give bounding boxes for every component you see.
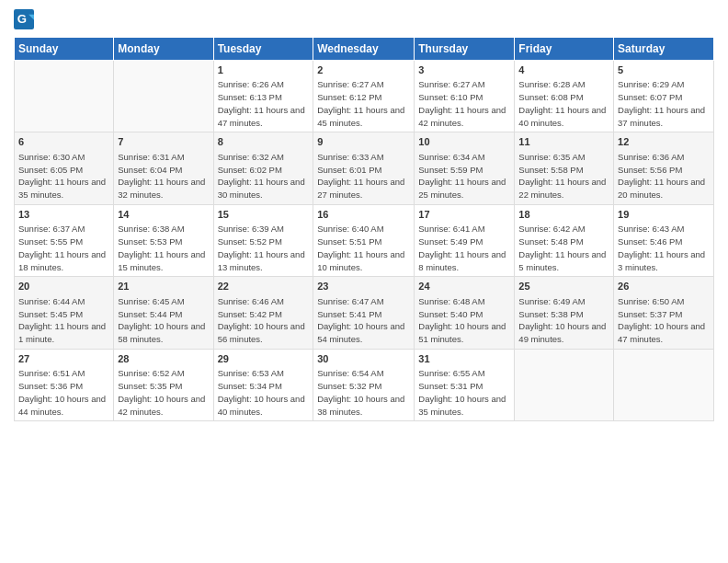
weekday-header: Sunday (15, 38, 114, 61)
calendar-cell: 27Sunrise: 6:51 AMSunset: 5:36 PMDayligh… (15, 349, 114, 420)
calendar-cell: 13Sunrise: 6:37 AMSunset: 5:55 PMDayligh… (15, 204, 114, 276)
day-number: 14 (118, 208, 209, 222)
day-number: 6 (18, 135, 109, 149)
calendar-cell: 1Sunrise: 6:26 AMSunset: 6:13 PMDaylight… (213, 61, 313, 132)
day-detail: Sunrise: 6:46 AMSunset: 5:42 PMDaylight:… (218, 295, 310, 346)
day-detail: Sunrise: 6:43 AMSunset: 5:46 PMDaylight:… (618, 223, 710, 273)
calendar-cell: 8Sunrise: 6:32 AMSunset: 6:02 PMDaylight… (213, 132, 313, 204)
day-number: 2 (317, 63, 410, 77)
calendar-cell: 23Sunrise: 6:47 AMSunset: 5:41 PMDayligh… (313, 277, 415, 349)
calendar-cell (614, 349, 714, 420)
calendar-week-row: 27Sunrise: 6:51 AMSunset: 5:36 PMDayligh… (15, 349, 714, 420)
day-detail: Sunrise: 6:42 AMSunset: 5:48 PMDaylight:… (518, 223, 609, 273)
day-detail: Sunrise: 6:53 AMSunset: 5:34 PMDaylight:… (218, 367, 310, 418)
day-number: 29 (218, 352, 310, 366)
calendar-cell: 2Sunrise: 6:27 AMSunset: 6:12 PMDaylight… (313, 61, 415, 132)
day-detail: Sunrise: 6:38 AMSunset: 5:53 PMDaylight:… (118, 223, 209, 273)
day-number: 10 (418, 135, 510, 149)
calendar-cell (114, 61, 213, 132)
day-detail: Sunrise: 6:28 AMSunset: 6:08 PMDaylight:… (518, 78, 609, 129)
calendar-cell: 19Sunrise: 6:43 AMSunset: 5:46 PMDayligh… (614, 204, 714, 276)
day-number: 22 (218, 280, 310, 293)
day-detail: Sunrise: 6:51 AMSunset: 5:36 PMDaylight:… (18, 367, 109, 418)
day-detail: Sunrise: 6:31 AMSunset: 6:04 PMDaylight:… (118, 151, 209, 201)
calendar-cell: 18Sunrise: 6:42 AMSunset: 5:48 PMDayligh… (515, 204, 614, 276)
day-detail: Sunrise: 6:27 AMSunset: 6:10 PMDaylight:… (418, 78, 510, 129)
calendar-cell: 6Sunrise: 6:30 AMSunset: 6:05 PMDaylight… (15, 132, 114, 204)
calendar-week-row: 20Sunrise: 6:44 AMSunset: 5:45 PMDayligh… (15, 277, 714, 349)
day-detail: Sunrise: 6:50 AMSunset: 5:37 PMDaylight:… (618, 295, 710, 346)
calendar-cell: 4Sunrise: 6:28 AMSunset: 6:08 PMDaylight… (515, 61, 614, 132)
calendar-cell (515, 349, 614, 420)
calendar-cell: 28Sunrise: 6:52 AMSunset: 5:35 PMDayligh… (114, 349, 213, 420)
calendar-cell: 31Sunrise: 6:55 AMSunset: 5:31 PMDayligh… (415, 349, 515, 420)
logo: G (14, 9, 38, 29)
day-detail: Sunrise: 6:30 AMSunset: 6:05 PMDaylight:… (18, 151, 109, 201)
header: G (14, 9, 714, 29)
day-detail: Sunrise: 6:32 AMSunset: 6:02 PMDaylight:… (218, 151, 310, 201)
weekday-header: Saturday (614, 38, 714, 61)
calendar-cell: 26Sunrise: 6:50 AMSunset: 5:37 PMDayligh… (614, 277, 714, 349)
calendar-cell: 12Sunrise: 6:36 AMSunset: 5:56 PMDayligh… (614, 132, 714, 204)
calendar-cell: 24Sunrise: 6:48 AMSunset: 5:40 PMDayligh… (415, 277, 515, 349)
day-number: 15 (218, 208, 310, 222)
day-detail: Sunrise: 6:35 AMSunset: 5:58 PMDaylight:… (518, 151, 609, 201)
calendar-cell: 17Sunrise: 6:41 AMSunset: 5:49 PMDayligh… (415, 204, 515, 276)
day-number: 23 (317, 280, 410, 293)
day-number: 26 (618, 280, 710, 293)
calendar-table: SundayMondayTuesdayWednesdayThursdayFrid… (14, 37, 714, 421)
day-detail: Sunrise: 6:33 AMSunset: 6:01 PMDaylight:… (317, 151, 410, 201)
day-number: 3 (418, 63, 510, 77)
day-number: 24 (418, 280, 510, 293)
day-detail: Sunrise: 6:54 AMSunset: 5:32 PMDaylight:… (317, 367, 410, 418)
day-number: 30 (317, 352, 410, 366)
calendar-week-row: 6Sunrise: 6:30 AMSunset: 6:05 PMDaylight… (15, 132, 714, 204)
day-detail: Sunrise: 6:45 AMSunset: 5:44 PMDaylight:… (118, 295, 209, 346)
day-detail: Sunrise: 6:40 AMSunset: 5:51 PMDaylight:… (317, 223, 410, 273)
day-number: 20 (18, 280, 109, 293)
day-number: 25 (518, 280, 609, 293)
day-detail: Sunrise: 6:48 AMSunset: 5:40 PMDaylight:… (418, 295, 510, 346)
day-detail: Sunrise: 6:52 AMSunset: 5:35 PMDaylight:… (118, 367, 209, 418)
day-number: 18 (518, 208, 609, 222)
page: G SundayMondayTuesdayWednesdayThursdayFr… (0, 0, 728, 563)
day-detail: Sunrise: 6:44 AMSunset: 5:45 PMDaylight:… (18, 295, 109, 346)
weekday-header: Friday (515, 38, 614, 61)
weekday-header: Monday (114, 38, 213, 61)
day-detail: Sunrise: 6:49 AMSunset: 5:38 PMDaylight:… (518, 295, 609, 346)
day-detail: Sunrise: 6:29 AMSunset: 6:07 PMDaylight:… (618, 78, 710, 129)
day-detail: Sunrise: 6:47 AMSunset: 5:41 PMDaylight:… (317, 295, 410, 346)
day-detail: Sunrise: 6:41 AMSunset: 5:49 PMDaylight:… (418, 223, 510, 273)
calendar-cell: 20Sunrise: 6:44 AMSunset: 5:45 PMDayligh… (15, 277, 114, 349)
calendar-cell: 7Sunrise: 6:31 AMSunset: 6:04 PMDaylight… (114, 132, 213, 204)
day-detail: Sunrise: 6:37 AMSunset: 5:55 PMDaylight:… (18, 223, 109, 273)
weekday-header: Wednesday (313, 38, 415, 61)
day-number: 7 (118, 135, 209, 149)
day-number: 12 (618, 135, 710, 149)
day-number: 17 (418, 208, 510, 222)
calendar-cell: 16Sunrise: 6:40 AMSunset: 5:51 PMDayligh… (313, 204, 415, 276)
day-number: 8 (218, 135, 310, 149)
day-number: 16 (317, 208, 410, 222)
calendar-cell (15, 61, 114, 132)
calendar-week-row: 13Sunrise: 6:37 AMSunset: 5:55 PMDayligh… (15, 204, 714, 276)
day-number: 19 (618, 208, 710, 222)
calendar-cell: 29Sunrise: 6:53 AMSunset: 5:34 PMDayligh… (213, 349, 313, 420)
calendar-header-row: SundayMondayTuesdayWednesdayThursdayFrid… (15, 38, 714, 61)
calendar-cell: 5Sunrise: 6:29 AMSunset: 6:07 PMDaylight… (614, 61, 714, 132)
weekday-header: Thursday (415, 38, 515, 61)
calendar-cell: 9Sunrise: 6:33 AMSunset: 6:01 PMDaylight… (313, 132, 415, 204)
calendar-cell: 10Sunrise: 6:34 AMSunset: 5:59 PMDayligh… (415, 132, 515, 204)
day-number: 13 (18, 208, 109, 222)
calendar-cell: 11Sunrise: 6:35 AMSunset: 5:58 PMDayligh… (515, 132, 614, 204)
day-number: 21 (118, 280, 209, 293)
day-number: 31 (418, 352, 510, 366)
calendar-cell: 22Sunrise: 6:46 AMSunset: 5:42 PMDayligh… (213, 277, 313, 349)
day-number: 5 (618, 63, 710, 77)
calendar-week-row: 1Sunrise: 6:26 AMSunset: 6:13 PMDaylight… (15, 61, 714, 132)
day-number: 4 (518, 63, 609, 77)
weekday-header: Tuesday (213, 38, 313, 61)
day-number: 9 (317, 135, 410, 149)
calendar-cell: 3Sunrise: 6:27 AMSunset: 6:10 PMDaylight… (415, 61, 515, 132)
svg-text:G: G (17, 12, 27, 26)
